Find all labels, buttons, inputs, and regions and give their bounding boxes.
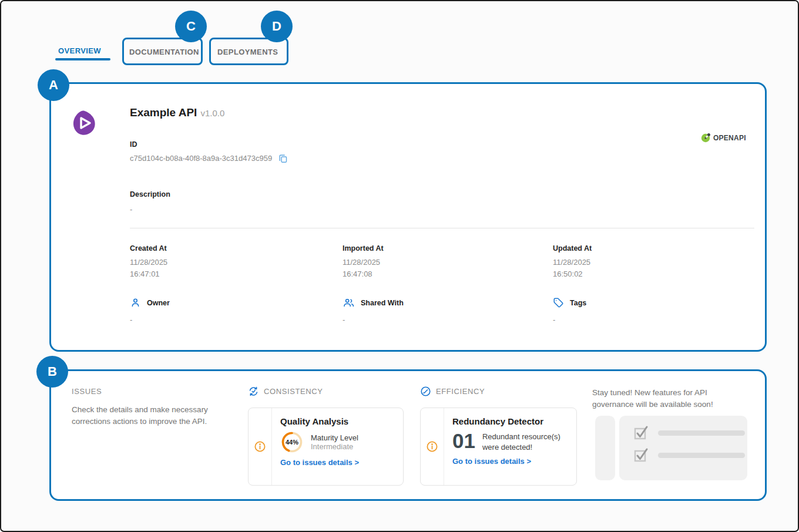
app-window: OVERVIEW DOCUMENTATION DEPLOYMENTS C D A…	[0, 0, 799, 532]
tags-field: Tags	[553, 297, 586, 308]
created-at-date: 11/28/2025	[130, 258, 167, 267]
issues-title-label: ISSUES	[72, 387, 102, 396]
callout-badge-d: D	[261, 11, 293, 42]
description-value: -	[130, 205, 132, 214]
person-icon	[130, 297, 141, 308]
redundancy-detector-title: Redundancy Detector	[452, 416, 578, 426]
maturity-level-value: Intermediate	[311, 442, 358, 451]
redundancy-count-row: 01 Redundant resource(s) were detected!	[452, 430, 578, 453]
checkbox-icon	[632, 446, 650, 464]
quality-analysis-title: Quality Analysis	[280, 416, 396, 426]
tags-label: Tags	[570, 299, 586, 307]
redundancy-info-strip	[421, 408, 444, 485]
copy-icon[interactable]	[278, 153, 288, 163]
id-value: c75d104c-b08a-40f8-8a9a-3c31d473c959	[130, 154, 272, 163]
maturity-gauge-row: 44% Maturity Level Intermediate	[280, 430, 396, 454]
id-row: c75d104c-b08a-40f8-8a9a-3c31d473c959	[130, 153, 288, 163]
maturity-gauge: 44%	[280, 430, 304, 454]
speedometer-icon	[420, 386, 431, 397]
callout-badge-a: A	[38, 69, 69, 101]
api-title: Example APIv1.0.0	[130, 106, 224, 119]
openapi-badge: OPENAPI	[701, 133, 746, 143]
info-icon[interactable]	[254, 440, 266, 453]
openapi-logo-icon	[701, 133, 711, 143]
imported-at-time: 16:47:08	[343, 270, 372, 278]
issues-title: ISSUES	[72, 387, 102, 396]
redundancy-count: 01	[452, 430, 475, 453]
quality-info-strip	[249, 408, 272, 485]
checkbox-icon	[632, 424, 650, 442]
placeholder-bar	[658, 453, 745, 458]
people-icon	[343, 297, 355, 308]
id-label: ID	[130, 140, 137, 149]
tags-value: -	[553, 315, 555, 324]
openapi-badge-label: OPENAPI	[713, 134, 746, 142]
consistency-issues-link[interactable]: Go to issues details >	[280, 458, 359, 467]
shared-with-field: Shared With	[343, 297, 404, 308]
shared-with-label: Shared With	[361, 299, 404, 307]
updated-at-date: 11/28/2025	[553, 258, 590, 267]
callout-badge-b: B	[36, 356, 68, 388]
placeholder-bar	[658, 430, 745, 436]
efficiency-header-label: EFFICIENCY	[436, 387, 485, 396]
tag-icon	[553, 297, 564, 308]
imported-at-label: Imported At	[343, 244, 384, 252]
api-details-card: Example APIv1.0.0 OPENAPI ID c75d104c-b0…	[49, 82, 767, 352]
shared-with-value: -	[343, 315, 345, 324]
stay-tuned-text: Stay tuned! New features for API governa…	[592, 387, 750, 411]
owner-field: Owner	[130, 297, 170, 308]
imported-at-date: 11/28/2025	[343, 258, 380, 267]
coming-soon-placeholder	[595, 416, 747, 480]
issues-card: ISSUES Check the details and make necess…	[49, 369, 767, 501]
maturity-level-label: Maturity Level	[311, 433, 358, 442]
redundancy-detector-card: Redundancy Detector 01 Redundant resourc…	[420, 408, 577, 486]
section-divider	[130, 228, 754, 228]
tab-overview[interactable]: OVERVIEW	[58, 46, 101, 55]
efficiency-issues-link[interactable]: Go to issues details >	[452, 457, 531, 466]
redundancy-count-text: Redundant resource(s) were detected!	[482, 430, 578, 452]
created-at-label: Created At	[130, 244, 167, 252]
owner-value: -	[130, 315, 132, 324]
api-logo-icon	[70, 109, 98, 137]
maturity-percent: 44%	[280, 430, 304, 454]
issues-subtitle: Check the details and make necessary cor…	[72, 404, 239, 428]
owner-label: Owner	[147, 299, 170, 307]
description-label: Description	[130, 190, 170, 198]
placeholder-list	[619, 416, 747, 480]
placeholder-strip	[595, 416, 615, 480]
sync-check-icon	[248, 386, 259, 397]
created-at-time: 16:47:01	[130, 270, 160, 278]
consistency-header: CONSISTENCY	[248, 386, 323, 397]
api-version: v1.0.0	[200, 108, 224, 118]
api-name: Example API	[130, 106, 197, 119]
placeholder-row	[632, 424, 747, 442]
placeholder-row	[632, 446, 747, 464]
updated-at-label: Updated At	[553, 244, 592, 252]
efficiency-header: EFFICIENCY	[420, 386, 485, 397]
quality-analysis-card: Quality Analysis 44% Maturity Level	[248, 408, 404, 486]
callout-badge-c: C	[175, 11, 207, 42]
updated-at-time: 16:50:02	[553, 270, 583, 278]
info-icon[interactable]	[426, 440, 438, 453]
active-tab-indicator	[55, 58, 110, 60]
consistency-header-label: CONSISTENCY	[264, 387, 323, 396]
